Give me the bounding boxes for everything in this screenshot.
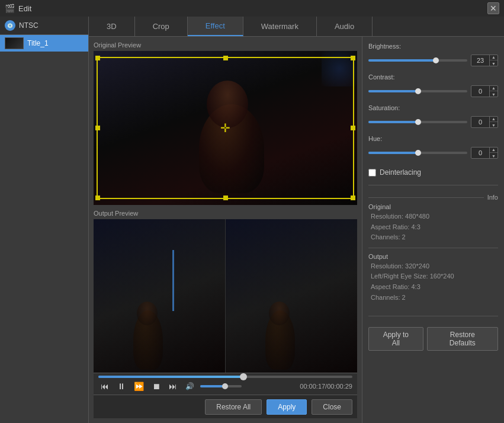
info-output-eye-size: Left/Right Eye Size: 160*240: [368, 271, 498, 282]
divider-2: [368, 248, 498, 248]
controls-row: ⏮ ⏸ ⏩ ⏹ ⏭ 🔊 00:00:17/00:00:29: [98, 380, 352, 392]
contrast-arrows[interactable]: ▲ ▼: [489, 85, 497, 97]
saturation-value: 0: [471, 118, 489, 126]
tab-effect[interactable]: Effect: [188, 17, 243, 36]
restore-all-button[interactable]: Restore All: [205, 399, 262, 415]
saturation-slider-row: 0 ▲ ▼: [368, 116, 498, 128]
saturation-arrows[interactable]: ▲ ▼: [489, 116, 497, 128]
divider-1: [368, 185, 498, 185]
info-original-title: Original: [368, 203, 498, 210]
volume-slider[interactable]: [200, 385, 242, 387]
contrast-value: 0: [471, 88, 489, 95]
output-preview-box: [94, 219, 357, 373]
brightness-label: Brightness:: [368, 43, 498, 50]
hue-track[interactable]: [368, 152, 467, 154]
hue-arrows[interactable]: ▲ ▼: [489, 147, 497, 159]
deinterlacing-row: Deinterlacing: [368, 168, 498, 177]
time-display: 00:00:17/00:00:29: [300, 383, 352, 390]
title-bar-title: Edit: [18, 4, 31, 13]
tab-watermark[interactable]: Watermark: [243, 17, 317, 36]
brightness-slider-row: 23 ▲ ▼: [368, 55, 498, 66]
hue-fill: [368, 152, 418, 154]
original-preview-label: Original Preview: [94, 41, 357, 49]
brightness-value: 23: [471, 57, 489, 64]
contrast-number[interactable]: 0 ▲ ▼: [471, 85, 498, 97]
info-original-resolution: Resolution: 480*480: [368, 212, 498, 222]
volume-thumb[interactable]: [222, 383, 228, 389]
brightness-fill: [368, 59, 436, 62]
original-preview-box: ✛: [94, 51, 357, 205]
info-output-resolution: Resolution: 320*240: [368, 261, 498, 272]
tab-crop[interactable]: Crop: [135, 17, 188, 36]
preview-section: Original Preview: [89, 37, 362, 423]
hue-thumb[interactable]: [415, 150, 421, 156]
split-area: Original Preview: [89, 37, 504, 423]
saturation-up[interactable]: ▲: [490, 116, 497, 122]
app-icon: 🎬: [5, 4, 15, 13]
hue-label: Hue:: [368, 135, 498, 142]
skip-end-button[interactable]: ⏭: [166, 380, 179, 392]
sidebar-item-title1[interactable]: Title_1: [0, 35, 88, 52]
contrast-fill: [368, 90, 418, 92]
seek-bar: [98, 376, 352, 378]
brightness-up[interactable]: ▲: [490, 55, 497, 60]
tab-3d[interactable]: 3D: [89, 17, 135, 36]
restore-defaults-button[interactable]: Restore Defaults: [427, 327, 498, 351]
volume-icon[interactable]: 🔊: [183, 381, 197, 392]
close-window-button[interactable]: ✕: [487, 2, 499, 14]
apply-button[interactable]: Apply: [267, 399, 307, 415]
divider-3: [368, 316, 498, 316]
contrast-slider-row: 0 ▲ ▼: [368, 85, 498, 97]
brightness-thumb[interactable]: [433, 57, 439, 63]
contrast-track[interactable]: [368, 90, 467, 92]
apply-to-all-button[interactable]: Apply to All: [368, 327, 423, 351]
sidebar-item-label: Title_1: [27, 39, 49, 47]
sidebar: 💿 NTSC Title_1: [0, 17, 89, 423]
content-area: 3D Crop Effect Watermark Audio Original …: [89, 17, 504, 423]
output-right-half: [226, 219, 357, 373]
close-button[interactable]: Close: [312, 399, 352, 415]
seek-fill: [98, 376, 243, 378]
contrast-thumb[interactable]: [415, 88, 421, 94]
brightness-down[interactable]: ▼: [490, 60, 497, 66]
tab-audio[interactable]: Audio: [317, 17, 373, 36]
action-row: Apply to All Restore Defaults: [368, 327, 498, 351]
saturation-track[interactable]: [368, 121, 467, 123]
contrast-label: Contrast:: [368, 73, 498, 81]
output-preview-label: Output Preview: [94, 210, 357, 217]
deinterlacing-label[interactable]: Deinterlacing: [380, 168, 421, 177]
saturation-number[interactable]: 0 ▲ ▼: [471, 116, 498, 128]
info-section: Info Original Resolution: 480*480 Aspect…: [368, 194, 498, 307]
brightness-arrows[interactable]: ▲ ▼: [489, 55, 497, 66]
saturation-thumb[interactable]: [415, 119, 421, 125]
blue-line-left: [172, 250, 174, 312]
stop-button[interactable]: ⏹: [150, 380, 163, 392]
hue-up[interactable]: ▲: [490, 147, 497, 153]
brightness-number[interactable]: 23 ▲ ▼: [471, 55, 498, 66]
hue-slider-row: 0 ▲ ▼: [368, 147, 498, 159]
play-button[interactable]: ⏩: [131, 380, 146, 392]
info-section-title: Info: [368, 194, 498, 201]
skip-start-button[interactable]: ⏮: [98, 380, 111, 392]
brightness-track[interactable]: [368, 59, 467, 62]
hue-number[interactable]: 0 ▲ ▼: [471, 147, 498, 159]
hue-value: 0: [471, 149, 489, 156]
tabs-bar: 3D Crop Effect Watermark Audio: [89, 17, 504, 37]
saturation-label: Saturation:: [368, 104, 498, 111]
contrast-up[interactable]: ▲: [490, 85, 497, 91]
hue-down[interactable]: ▼: [490, 153, 497, 159]
seek-track[interactable]: [98, 376, 352, 378]
main-container: 💿 NTSC Title_1 3D Crop Effect Watermark …: [0, 17, 504, 423]
pause-button[interactable]: ⏸: [115, 380, 128, 392]
info-output-group: Output Resolution: 320*240 Left/Right Ey…: [368, 253, 498, 303]
contrast-down[interactable]: ▼: [490, 91, 497, 97]
sidebar-header: 💿 NTSC: [0, 17, 88, 35]
seek-thumb[interactable]: [240, 373, 247, 380]
info-original-aspect: Aspect Ratio: 4:3: [368, 222, 498, 233]
bottom-bar: Restore All Apply Close: [94, 395, 357, 418]
deinterlacing-checkbox[interactable]: [368, 169, 376, 177]
saturation-down[interactable]: ▼: [490, 122, 497, 128]
info-original-channels: Channels: 2: [368, 232, 498, 243]
info-output-channels: Channels: 2: [368, 293, 498, 303]
title-bar: 🎬 Edit ✕: [0, 0, 504, 17]
